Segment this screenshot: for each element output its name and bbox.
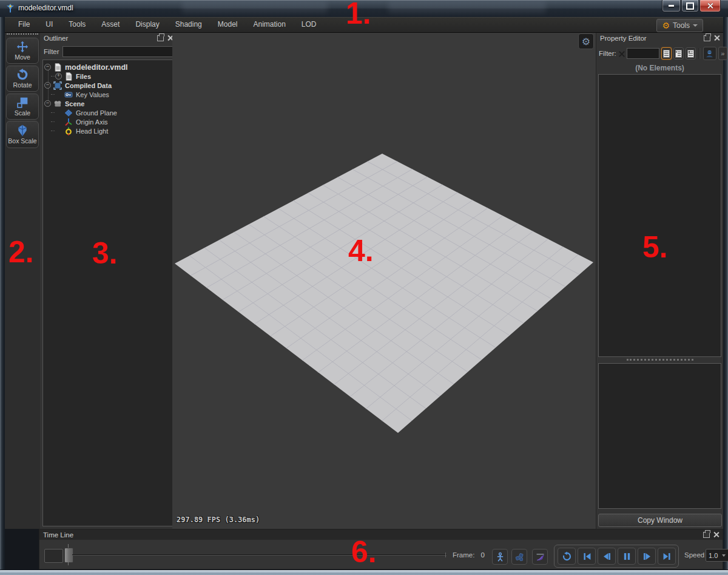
move-icon — [16, 41, 29, 53]
viewport-3d[interactable]: ⚙ 297.89 FPS (3.36ms) — [172, 33, 596, 529]
copy-window-button[interactable]: Copy Window — [598, 514, 722, 527]
collapse-icon[interactable] — [44, 100, 51, 107]
playback-controls-group — [554, 545, 679, 568]
outliner-filter-input[interactable] — [62, 46, 174, 57]
show-skeleton-toggle[interactable] — [511, 549, 527, 565]
ground-plane-icon — [64, 109, 73, 117]
slider-tick — [68, 562, 69, 565]
collapse-icon[interactable] — [44, 82, 51, 89]
close-button[interactable] — [699, 0, 721, 12]
pe-filter-label: Filter: — [599, 50, 616, 57]
scale-tool-label: Scale — [15, 109, 30, 117]
scale-tool-button[interactable]: Scale — [6, 94, 39, 120]
step-back-icon — [602, 551, 612, 562]
timeline-slider-track[interactable] — [72, 554, 447, 556]
menu-file[interactable]: File — [10, 17, 38, 32]
show-character-toggle[interactable] — [492, 549, 508, 565]
speed-value: 1.0 — [709, 552, 719, 559]
skip-to-end-button[interactable] — [658, 548, 676, 565]
tools-dropdown-button[interactable]: ⚙ Tools — [656, 19, 703, 32]
gear-icon: ⚙ — [662, 21, 670, 30]
step-forward-icon — [642, 551, 652, 562]
rotate-icon — [16, 69, 29, 81]
toolbar-drag-handle[interactable] — [7, 33, 38, 35]
expand-icon[interactable] — [55, 73, 62, 80]
menu-lod[interactable]: LOD — [294, 17, 325, 32]
tree-item-modeleditor-vmdl[interactable]: modeleditor.vmdl — [43, 63, 174, 72]
skip-to-start-button[interactable] — [578, 548, 596, 565]
gear-icon: ⚙ — [582, 36, 590, 47]
menu-asset[interactable]: Asset — [93, 17, 127, 32]
loop-playback-button[interactable] — [558, 548, 576, 565]
tree-item-ground-plane[interactable]: Ground Plane — [43, 108, 174, 117]
tree-item-compiled-data[interactable]: Compiled Data — [43, 81, 174, 90]
tree-item-head-light[interactable]: Head Light — [43, 126, 174, 135]
timeline-panel: Time Line Frame:0 — [39, 529, 723, 570]
overflow-button[interactable]: » — [718, 47, 727, 60]
scale-icon — [16, 97, 29, 109]
menu-ui[interactable]: UI — [38, 17, 61, 32]
property-editor-titlebar[interactable]: Property Editor — [596, 33, 723, 43]
close-panel-icon[interactable] — [713, 532, 719, 537]
float-panel-icon[interactable] — [157, 35, 164, 41]
panel-splitter-handle[interactable] — [627, 359, 693, 362]
close-icon — [707, 2, 713, 9]
viewport-settings-button[interactable]: ⚙ — [578, 33, 594, 49]
tree-item-label: Origin Axis — [76, 118, 108, 126]
step-back-button[interactable] — [598, 548, 616, 565]
origin-axis-icon — [64, 118, 73, 126]
timeline-titlebar[interactable]: Time Line — [39, 529, 723, 540]
frame-spinbox[interactable] — [44, 549, 63, 563]
menu-tools[interactable]: Tools — [61, 17, 93, 32]
chevron-down-icon — [722, 554, 726, 557]
step-forward-button[interactable] — [638, 548, 656, 565]
box-scale-icon — [16, 124, 29, 137]
menu-model[interactable]: Model — [210, 17, 246, 32]
tree-item-label: Ground Plane — [76, 109, 117, 117]
rotate-tool-label: Rotate — [13, 81, 32, 89]
scene-icon — [53, 100, 62, 108]
speed-dropdown[interactable]: 1.0 — [706, 549, 728, 562]
tree-item-label: Files — [76, 73, 91, 80]
detail-view-icon — [687, 50, 694, 58]
pause-button[interactable] — [618, 548, 636, 565]
property-detail-area[interactable] — [598, 363, 721, 509]
tree-item-key-values[interactable]: Key Values — [43, 90, 174, 99]
property-editor-title: Property Editor — [600, 35, 647, 42]
tree-item-origin-axis[interactable]: Origin Axis — [43, 117, 174, 126]
titlebar-glass-reflection — [388, 2, 546, 13]
element-inspector-button[interactable] — [703, 47, 716, 60]
tree-item-files[interactable]: Files — [43, 72, 174, 81]
rotate-tool-button[interactable]: Rotate — [6, 66, 39, 92]
skip-end-icon — [662, 551, 672, 562]
view-mode-tree-button[interactable] — [673, 47, 684, 60]
show-motion-trail-toggle[interactable] — [532, 549, 548, 565]
pe-filter-input[interactable] — [627, 48, 659, 59]
box-scale-tool-button[interactable]: Box Scale — [6, 121, 39, 148]
tree-item-scene[interactable]: Scene — [43, 99, 174, 108]
menu-shading[interactable]: Shading — [167, 17, 210, 32]
skeleton-icon — [514, 552, 525, 562]
view-mode-list-button[interactable] — [661, 47, 672, 60]
menu-display[interactable]: Display — [127, 17, 167, 32]
toolbar-separator — [699, 48, 700, 59]
ground-plane-svg — [172, 33, 596, 529]
outliner-titlebar[interactable]: Outliner — [40, 33, 177, 43]
move-tool-button[interactable]: Move — [6, 38, 39, 64]
collapse-icon[interactable] — [44, 64, 51, 70]
menu-animation[interactable]: Animation — [245, 17, 293, 32]
fps-counter: 297.89 FPS (3.36ms) — [177, 515, 260, 524]
minimize-button[interactable] — [662, 0, 681, 12]
float-panel-icon[interactable] — [703, 532, 710, 538]
view-mode-detail-button[interactable] — [686, 47, 696, 60]
menubar: File UI Tools Asset Display Shading Mode… — [5, 17, 723, 33]
titlebar[interactable]: modeleditor.vmdl — [0, 0, 728, 18]
list-view-icon — [663, 50, 670, 58]
move-tool-label: Move — [15, 53, 30, 61]
float-panel-icon[interactable] — [704, 35, 710, 41]
close-panel-icon[interactable] — [714, 35, 720, 41]
clear-filter-icon[interactable] — [618, 50, 625, 57]
maximize-button[interactable] — [681, 0, 699, 12]
frame-value: 0 — [480, 551, 484, 559]
property-list-area[interactable] — [598, 74, 721, 357]
